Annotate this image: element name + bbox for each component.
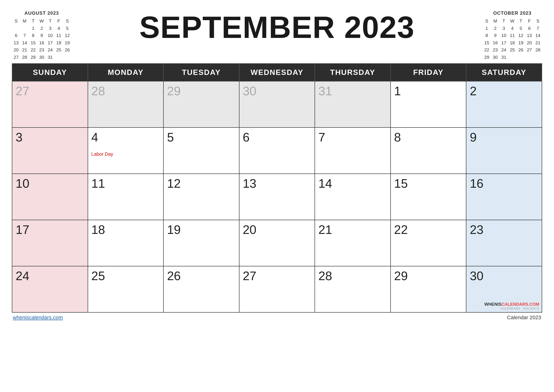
weekday-header-friday: FRIDAY (391, 63, 466, 81)
weekday-header-wednesday: WEDNESDAY (239, 63, 315, 81)
day-number: 15 (394, 176, 463, 190)
mini-calendar-october: OCTOBER 2023 SMTWTFS 1234567891011121314… (483, 9, 542, 61)
calendar-cell-24: 24 (12, 266, 88, 312)
calendar-grid: SUNDAYMONDAYTUESDAYWEDNESDAYTHURSDAYFRID… (12, 63, 542, 313)
day-number: 21 (318, 223, 387, 237)
day-number: 5 (167, 130, 236, 144)
day-number: 24 (16, 269, 84, 283)
day-number: 6 (243, 130, 312, 144)
day-number: 27 (16, 84, 84, 98)
day-number: 22 (394, 223, 463, 237)
mini-calendar-august: AUGUST 2023 SMTWTFS 12345678910111213141… (12, 9, 71, 61)
weekday-header-thursday: THURSDAY (315, 63, 391, 81)
calendar-cell-6: 6 (239, 127, 315, 174)
calendar-cell-22: 22 (391, 220, 466, 266)
day-number: 29 (167, 84, 236, 98)
day-number: 17 (16, 223, 84, 237)
calendar-cell-13: 13 (239, 174, 315, 220)
day-number: 23 (470, 223, 538, 237)
calendar-cell-4: 4Labor Day (88, 127, 164, 174)
day-number: 20 (243, 223, 312, 237)
day-number: 30 (470, 269, 538, 283)
august-title: AUGUST 2023 (12, 9, 71, 17)
calendar-cell-31: 31 (315, 81, 391, 127)
holiday-label: Labor Day (91, 151, 113, 157)
calendar-cell-20: 20 (239, 220, 315, 266)
day-number: 31 (318, 84, 387, 98)
weekday-header-monday: MONDAY (88, 63, 164, 81)
calendar-cell-30: 30WHENISCALENDARS.COMCALENDARS HOLIDAYS (466, 266, 542, 312)
day-number: 28 (318, 269, 387, 283)
october-title: OCTOBER 2023 (483, 9, 542, 17)
calendar-cell-15: 15 (391, 174, 466, 220)
footer-link[interactable]: wheniscalendars.com (13, 315, 63, 321)
calendar-cell-17: 17 (12, 220, 88, 266)
calendar-cell-26: 26 (163, 266, 239, 312)
day-number: 18 (91, 223, 160, 237)
day-number: 12 (167, 176, 236, 190)
day-number: 27 (243, 269, 312, 283)
calendar-cell-29: 29 (391, 266, 466, 312)
calendar-cell-5: 5 (163, 127, 239, 174)
day-number: 29 (394, 269, 463, 283)
weekday-header-sunday: SUNDAY (12, 63, 88, 81)
day-number: 16 (470, 176, 538, 190)
day-number: 11 (91, 176, 160, 190)
footer-calendar-year: Calendar 2023 (507, 315, 541, 321)
day-number: 25 (91, 269, 160, 283)
day-number: 30 (243, 84, 312, 98)
day-number: 1 (394, 84, 463, 98)
day-number: 28 (91, 84, 160, 98)
day-number: 7 (318, 130, 387, 144)
calendar-cell-1: 1 (391, 81, 466, 127)
top-section: AUGUST 2023 SMTWTFS 12345678910111213141… (12, 9, 542, 61)
footer: wheniscalendars.com Calendar 2023 (12, 315, 542, 321)
day-number: 13 (243, 176, 312, 190)
calendar-cell-29: 29 (163, 81, 239, 127)
day-number: 19 (167, 223, 236, 237)
calendar-cell-28: 28 (315, 266, 391, 312)
calendar-cell-8: 8 (391, 127, 466, 174)
calendar-cell-23: 23 (466, 220, 542, 266)
day-number: 2 (470, 84, 538, 98)
calendar-cell-25: 25 (88, 266, 164, 312)
calendar-cell-21: 21 (315, 220, 391, 266)
calendar-cell-27: 27 (239, 266, 315, 312)
main-title: SEPTEMBER 2023 (71, 9, 483, 43)
weekday-header-tuesday: TUESDAY (163, 63, 239, 81)
day-number: 14 (318, 176, 387, 190)
day-number: 9 (470, 130, 538, 144)
day-number: 26 (167, 269, 236, 283)
calendar-cell-11: 11 (88, 174, 164, 220)
calendar-cell-30: 30 (239, 81, 315, 127)
weekday-header-saturday: SATURDAY (466, 63, 542, 81)
calendar-cell-12: 12 (163, 174, 239, 220)
day-number: 8 (394, 130, 463, 144)
day-number: 4 (91, 130, 160, 144)
calendar-cell-27: 27 (12, 81, 88, 127)
day-number: 10 (16, 176, 84, 190)
calendar-cell-16: 16 (466, 174, 542, 220)
calendar-cell-19: 19 (163, 220, 239, 266)
calendar-cell-10: 10 (12, 174, 88, 220)
calendar-cell-9: 9 (466, 127, 542, 174)
calendar-cell-14: 14 (315, 174, 391, 220)
calendar-cell-7: 7 (315, 127, 391, 174)
calendar-cell-28: 28 (88, 81, 164, 127)
calendar-cell-18: 18 (88, 220, 164, 266)
calendar-cell-2: 2 (466, 81, 542, 127)
calendar-cell-3: 3 (12, 127, 88, 174)
day-number: 3 (16, 130, 84, 144)
